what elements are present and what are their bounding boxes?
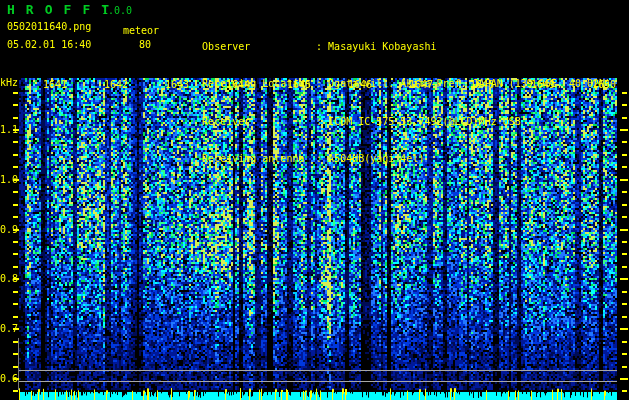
output-filename: 0502011640.png	[7, 21, 91, 32]
info-row-receiver: Receiver:ICOM IC-575 53.7492(@LCD)MHz US…	[178, 103, 611, 115]
info-colon: :	[316, 116, 328, 128]
y-axis-unit-label: kHz	[0, 77, 18, 88]
x-axis-label-1645: 1645	[287, 79, 311, 90]
info-colon: :	[316, 153, 328, 165]
x-axis-label-1650: 1650	[592, 79, 616, 90]
x-axis-label-1641: 1641	[43, 79, 67, 90]
info-value: A504HB(yagi 4el)	[328, 153, 424, 164]
info-label: Receiver	[202, 116, 316, 128]
y-axis-label-1_1: 1.1	[0, 124, 18, 135]
y-axis-label-0_7: 0.7	[0, 323, 18, 334]
info-row-observer: Observer:Masayuki Kobayashi	[178, 29, 611, 41]
date-time: 05.02.01 16:40	[7, 39, 91, 50]
y-axis-label-1_0: 1.0	[0, 174, 18, 185]
y-axis-label-0_8: 0.8	[0, 273, 18, 284]
x-axis-label-1647: 1647	[409, 79, 433, 90]
app-version: 1.0.0	[102, 5, 132, 16]
x-axis-label-1642: 1642	[104, 79, 128, 90]
app-title: H R O F F T	[7, 3, 111, 17]
info-label: Observer	[202, 41, 316, 53]
x-axis-label-1649: 1649	[531, 79, 555, 90]
y-axis-label-0_9: 0.9	[0, 224, 18, 235]
hrofft-window: { "header": { "app_title": "H R O F F T"…	[0, 0, 629, 400]
x-axis-label-1648: 1648	[470, 79, 494, 90]
echo-count: 80	[139, 39, 151, 50]
info-row-location: Receiving Location:Ogata-vill. Akita-Pre…	[178, 66, 611, 78]
info-value: Masayuki Kobayashi	[328, 41, 436, 52]
y-axis-label-0_6: 0.6	[0, 373, 18, 384]
x-axis-label-1646: 1646	[348, 79, 372, 90]
x-axis-label-1643: 1643	[165, 79, 189, 90]
mode-label: meteor	[123, 25, 159, 36]
info-colon: :	[316, 41, 328, 53]
info-row-antenna: Receiving antenna:A504HB(yagi 4el)	[178, 140, 611, 152]
info-label: Receiving antenna	[202, 153, 316, 165]
info-colon: :	[316, 78, 328, 90]
x-axis-label-1644: 1644	[226, 79, 250, 90]
info-value: ICOM IC-575 53.7492(@LCD)MHz USB	[328, 116, 521, 127]
